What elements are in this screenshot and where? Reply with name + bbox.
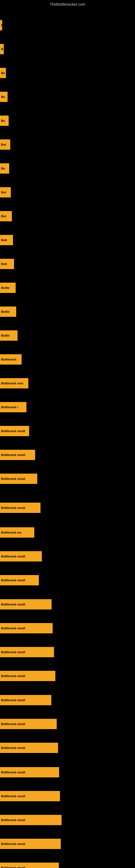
bar-item: Bottleneck result (0, 647, 54, 657)
bar-label: Bottle (1, 286, 9, 289)
bar-item: Bo (0, 92, 8, 102)
bar-item: Bottleneck result (0, 767, 59, 777)
bar-item: Bottleneck result (0, 551, 42, 561)
bar-label: Bottleneck result (1, 699, 25, 702)
bar-item: Bottleneck result (0, 839, 61, 849)
bar-label: Bottleneck result (1, 579, 25, 582)
bar-item: Bottleneck result (0, 671, 55, 681)
bar-label: Bottleneck result (1, 818, 25, 822)
bar-item: Bottleneck resu (0, 378, 28, 389)
bar-label: B (1, 24, 2, 27)
bar-item: Bottleneck result (0, 599, 52, 610)
site-title-container: TheBottlenecker.com (0, 0, 135, 9)
bar-label: Bottleneck res (1, 531, 21, 534)
bar-item: Bot (0, 211, 12, 221)
bar-item: Bottleneck result (0, 815, 61, 825)
bar-item: Bot (0, 140, 10, 150)
bar-item: Bo (0, 116, 9, 126)
bar-label: Bottleneck result (1, 746, 25, 749)
bar-label: Bottleneck result (1, 866, 25, 868)
bar-label: Bottleneck result (1, 453, 25, 457)
bar-item: Bott (0, 235, 13, 245)
bar-item: Bottle (0, 283, 16, 293)
bar-label: Bottleneck result (1, 842, 25, 845)
bar-item: Bottle (0, 307, 16, 317)
bar-item: Bottle (0, 330, 17, 341)
bar-item: Bottleneck result (0, 695, 51, 705)
bar-label: Bottle (1, 334, 9, 337)
bar-label: Bottleneck result (1, 555, 25, 558)
bar-label: Bottleneck result (1, 722, 25, 725)
bar-label: Bottle (1, 310, 9, 313)
bar-item: Bottleneck result (0, 743, 58, 753)
bar-label: Bottleneck (1, 358, 16, 361)
bar-label: Bottleneck result (1, 650, 25, 654)
bar-label: Bott (1, 262, 7, 266)
bar-item: Bottleneck (0, 354, 21, 365)
bar-item: Bottleneck result (0, 863, 59, 868)
bar-label: Bott (1, 239, 7, 242)
bar-label: Bottleneck result (1, 506, 25, 509)
bar-item: Bottleneck r (0, 402, 27, 412)
bar-item: Bottleneck res (0, 527, 34, 538)
bar-label: B (1, 48, 3, 51)
bar-item: Bottleneck result (0, 426, 29, 436)
bar-label: Bo (1, 95, 5, 98)
bar-label: Bottleneck result (1, 771, 25, 774)
bar-item: Bo (0, 163, 9, 174)
bar-label: Bottleneck result (1, 477, 25, 480)
bar-label: Bottleneck result (1, 429, 25, 433)
bar-label: Bottleneck result (1, 603, 25, 606)
bar-item: Bo (0, 68, 6, 78)
bar-label: Bot (1, 215, 6, 218)
bar-item: Bott (0, 259, 14, 269)
bar-item: Bot (0, 187, 11, 197)
bar-label: Bot (1, 191, 6, 194)
bar-item: Bottleneck result (0, 719, 57, 729)
bar-label: Bottleneck resu (1, 382, 24, 385)
bar-item: Bottleneck result (0, 474, 37, 484)
bar-label: Bo (1, 167, 5, 170)
bar-label: Bo (1, 119, 5, 122)
bar-item: Bottleneck result (0, 623, 53, 633)
bar-item: Bottleneck result (0, 450, 35, 460)
bar-item: B (0, 20, 2, 30)
bar-item: B (0, 44, 4, 54)
site-title: TheBottlenecker.com (0, 0, 135, 9)
bar-label: Bottleneck result (1, 674, 25, 678)
bar-label: Bottleneck result (1, 627, 25, 630)
bar-item: Bottleneck result (0, 503, 41, 513)
chart-area: BBBoBoBoBotBoBotBotBottBottBottleBottleB… (0, 9, 135, 866)
bar-label: Bottleneck result (1, 795, 25, 798)
bar-label: Bo (1, 71, 5, 74)
bar-item: Bottleneck result (0, 575, 39, 585)
bar-item: Bottleneck result (0, 791, 60, 801)
bar-label: Bottleneck r (1, 405, 18, 409)
bar-label: Bot (1, 143, 6, 146)
